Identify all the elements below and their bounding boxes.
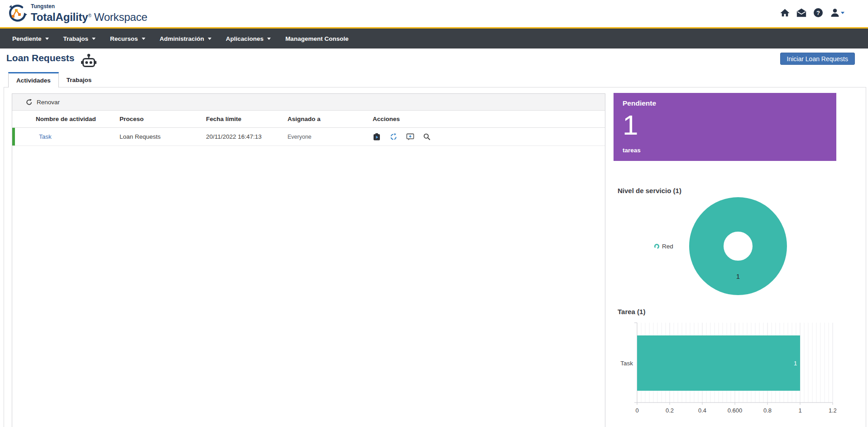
activities-panel: Renovar Nombre de actividad Proceso Fech…: [12, 93, 605, 427]
mail-icon[interactable]: [796, 7, 807, 18]
service-level-legend[interactable]: Red: [654, 243, 673, 250]
tungsten-logo-icon: [5, 3, 27, 26]
start-process-button[interactable]: Iniciar Loan Requests: [780, 53, 855, 65]
service-level-donut-chart[interactable]: 1: [614, 195, 836, 307]
svg-text:0.4: 0.4: [698, 407, 706, 414]
tab-content: Renovar Nombre de actividad Proceso Fech…: [4, 87, 866, 427]
tab-trabajos[interactable]: Trabajos: [59, 72, 100, 87]
page-title: Loan Requests: [6, 53, 75, 63]
header-icon-bar: ?: [779, 7, 845, 18]
chevron-down-icon: [142, 38, 145, 40]
chevron-down-icon: [45, 38, 49, 40]
svg-text:1: 1: [798, 407, 801, 414]
sla-legend-marker-icon: [654, 243, 660, 249]
help-icon[interactable]: ?: [813, 7, 824, 18]
refresh-button[interactable]: Renovar: [12, 94, 605, 111]
nav-item-trabajos[interactable]: Trabajos: [56, 29, 103, 49]
nav-item-aplicaciones[interactable]: Aplicaciones: [219, 29, 278, 49]
page-title-row: Loan Requests Iniciar Loan Requests: [0, 49, 868, 73]
svg-text:1.2: 1.2: [829, 407, 836, 414]
svg-text:0: 0: [635, 407, 638, 414]
service-level-chart-title: Nivel de servicio (1): [618, 187, 681, 194]
summary-panel: Pendiente 1 tareas Nivel de servicio (1)…: [614, 93, 836, 427]
pending-summary-card[interactable]: Pendiente 1 tareas: [614, 93, 836, 161]
column-header-process[interactable]: Proceso: [120, 116, 206, 122]
card-title: Pendiente: [623, 99, 827, 107]
brand-text: Tungsten TotalAgility®Workspace: [31, 3, 147, 24]
robot-icon: [81, 53, 97, 70]
workspace-page: Tungsten TotalAgility®Workspace ?: [0, 0, 868, 427]
svg-text:0.8: 0.8: [763, 407, 772, 414]
due-date-cell: 20/11/2022 16:47:13: [206, 133, 288, 140]
table-row: Task Loan Requests 20/11/2022 16:47:13 E…: [12, 128, 605, 146]
sla-legend-label: Red: [662, 243, 673, 250]
svg-text:1: 1: [736, 272, 740, 280]
refresh-label: Renovar: [37, 99, 60, 106]
main-nav: Pendiente Trabajos Recursos Administraci…: [0, 29, 868, 49]
row-actions: [373, 133, 605, 141]
column-header-actions: Acciones: [373, 116, 605, 122]
card-unit: tareas: [623, 147, 827, 154]
nav-item-recursos[interactable]: Recursos: [103, 29, 153, 49]
card-count: 1: [623, 110, 827, 140]
brand-company: Tungsten: [31, 3, 147, 10]
refresh-icon: [26, 99, 33, 106]
add-note-icon[interactable]: [406, 133, 414, 141]
brand-product: TotalAgility: [31, 11, 88, 23]
activity-name-link[interactable]: Task: [36, 133, 120, 140]
svg-text:Task: Task: [620, 360, 633, 367]
assigned-to-cell: Everyone: [288, 134, 373, 140]
home-icon[interactable]: [779, 7, 790, 18]
view-details-icon[interactable]: [423, 133, 431, 141]
task-chart-title: Tarea (1): [618, 308, 645, 315]
chevron-down-icon: [841, 12, 844, 14]
svg-text:?: ?: [816, 10, 820, 16]
brand-suffix: Workspace: [94, 11, 148, 23]
tab-actividades[interactable]: Actividades: [8, 72, 59, 87]
brand-trademark: ®: [88, 13, 91, 18]
process-cell: Loan Requests: [120, 133, 206, 140]
chevron-down-icon: [208, 38, 211, 40]
chevron-down-icon: [92, 38, 96, 40]
column-header-name[interactable]: Nombre de actividad: [36, 116, 120, 122]
take-activity-icon[interactable]: [373, 133, 381, 141]
user-menu-icon[interactable]: [830, 7, 845, 18]
table-header: Nombre de actividad Proceso Fecha límite…: [12, 111, 605, 128]
tab-bar: Actividades Trabajos: [8, 72, 99, 87]
task-bar-chart[interactable]: 00.20.40.6000.811.21Task: [614, 318, 836, 424]
nav-item-administracion[interactable]: Administración: [153, 29, 219, 49]
nav-item-management-console[interactable]: Management Console: [278, 29, 356, 49]
svg-text:1: 1: [794, 360, 797, 367]
brand-logo: Tungsten TotalAgility®Workspace: [5, 3, 147, 26]
reassign-icon[interactable]: [389, 133, 398, 141]
svg-text:0.600: 0.600: [728, 407, 743, 414]
app-header: Tungsten TotalAgility®Workspace ?: [0, 0, 868, 27]
chevron-down-icon: [267, 38, 271, 40]
nav-item-pendiente[interactable]: Pendiente: [5, 29, 56, 49]
svg-text:0.2: 0.2: [666, 407, 674, 414]
column-header-due-date[interactable]: Fecha límite: [206, 116, 288, 122]
column-header-assigned[interactable]: Asignado a: [288, 116, 373, 122]
